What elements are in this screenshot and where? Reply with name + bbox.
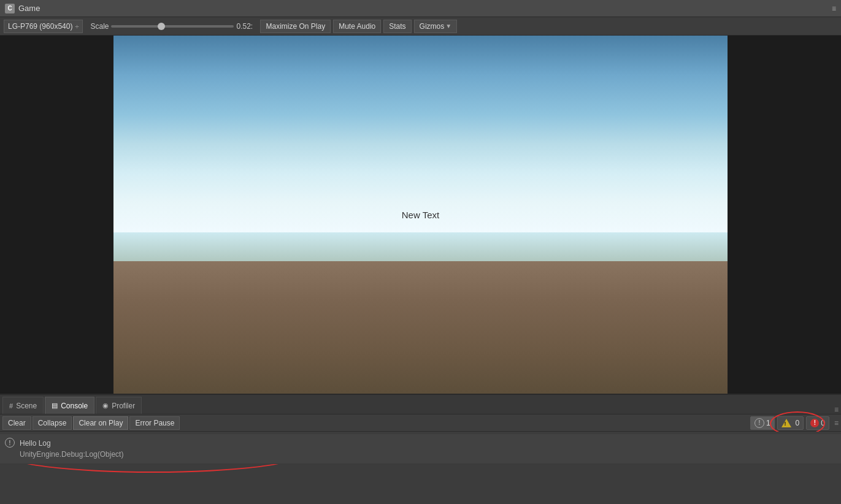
clear-button[interactable]: Clear	[2, 416, 31, 430]
scale-label: Scale	[90, 22, 109, 31]
scale-slider-wrap	[111, 25, 234, 28]
info-count-button[interactable]: ! 1	[750, 416, 775, 430]
console-tab-label: Console	[61, 402, 88, 410]
log-entry-message: Hello Log	[20, 438, 123, 449]
console-toolbar-right: ! 1 0 ! 0 ≡	[750, 416, 839, 430]
console-toolbar: Clear Collapse Clear on Play Error Pause…	[0, 414, 841, 432]
game-view-wrapper: New Text	[0, 36, 841, 394]
tab-scene[interactable]: # Scene	[2, 397, 44, 414]
bottom-panel: # Scene ▤ Console ◉ Profiler ≡ Clear Col…	[0, 394, 841, 504]
resolution-arrow-icon: ÷	[75, 23, 79, 30]
collapse-button[interactable]: Collapse	[33, 416, 72, 430]
gizmos-button[interactable]: Gizmos ▼	[414, 20, 458, 33]
info-icon: !	[755, 418, 764, 428]
scale-slider[interactable]	[111, 25, 234, 28]
scene-tab-label: Scene	[16, 402, 37, 410]
window-title-bar: C Game ≡	[0, 0, 841, 17]
resolution-select[interactable]: LG-P769 (960x540) ÷	[4, 20, 83, 33]
log-entry[interactable]: ! Hello Log UnityEngine.Debug:Log(Object…	[0, 434, 841, 464]
tab-bar: # Scene ▤ Console ◉ Profiler ≡	[0, 395, 841, 414]
error-pause-button[interactable]: Error Pause	[129, 416, 180, 430]
tab-profiler[interactable]: ◉ Profiler	[96, 397, 142, 414]
warning-icon	[781, 419, 791, 427]
profiler-tab-icon: ◉	[102, 402, 109, 410]
terrain	[113, 261, 728, 394]
horizon-band	[113, 232, 728, 261]
error-count-button[interactable]: ! 0	[806, 416, 829, 430]
tab-bar-menu-icon[interactable]: ≡	[834, 405, 839, 414]
profiler-tab-label: Profiler	[112, 402, 135, 410]
window-icon: C	[5, 4, 15, 13]
window-menu-icon[interactable]: ≡	[832, 4, 836, 13]
game-side-panel-left	[0, 36, 113, 394]
stats-button[interactable]: Stats	[383, 20, 411, 33]
console-menu-icon[interactable]: ≡	[834, 419, 839, 427]
clear-on-play-button[interactable]: Clear on Play	[73, 416, 128, 430]
log-entry-text: Hello Log UnityEngine.Debug:Log(Object)	[20, 438, 123, 460]
warning-count: 0	[796, 419, 800, 427]
game-toolbar: LG-P769 (960x540) ÷ Scale 0.52: Maximize…	[0, 17, 841, 36]
mute-audio-button[interactable]: Mute Audio	[333, 20, 381, 33]
window-title: Game	[18, 4, 40, 13]
resolution-label: LG-P769 (960x540)	[8, 22, 72, 31]
error-count: 0	[821, 419, 825, 427]
game-side-panel-right	[728, 36, 841, 394]
scale-value: 0.52:	[236, 22, 258, 31]
gizmos-chevron-icon: ▼	[445, 23, 451, 29]
scene-tab-icon: #	[9, 402, 13, 410]
sky-gradient	[113, 36, 728, 232]
log-entry-info-icon: !	[5, 438, 15, 448]
info-count: 1	[766, 419, 770, 427]
console-tab-icon: ▤	[52, 402, 58, 410]
game-canvas: New Text	[113, 36, 728, 394]
gizmos-label: Gizmos	[420, 22, 445, 31]
scale-slider-thumb[interactable]	[158, 23, 165, 30]
log-entry-detail: UnityEngine.Debug:Log(Object)	[20, 449, 123, 460]
maximize-on-play-button[interactable]: Maximize On Play	[260, 20, 331, 33]
error-icon: !	[810, 419, 819, 427]
tab-console[interactable]: ▤ Console	[45, 397, 94, 414]
warning-count-button[interactable]: 0	[777, 416, 804, 430]
console-log-area[interactable]: ! Hello Log UnityEngine.Debug:Log(Object…	[0, 432, 841, 504]
